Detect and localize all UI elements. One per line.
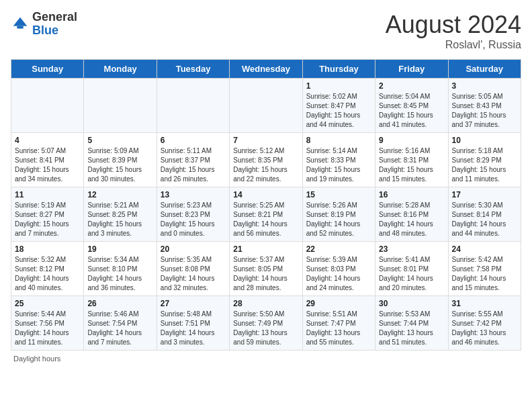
day-number: 2 bbox=[379, 81, 444, 91]
day-number: 10 bbox=[452, 136, 517, 145]
day-info: Sunrise: 5:50 AM Sunset: 7:49 PM Dayligh… bbox=[233, 310, 298, 347]
day-number: 9 bbox=[379, 136, 444, 145]
day-of-week-header: Monday bbox=[84, 60, 157, 79]
day-info: Sunrise: 5:11 AM Sunset: 8:37 PM Dayligh… bbox=[161, 146, 226, 184]
calendar-cell: 10Sunrise: 5:18 AM Sunset: 8:29 PM Dayli… bbox=[448, 133, 521, 187]
day-info: Sunrise: 5:46 AM Sunset: 7:54 PM Dayligh… bbox=[87, 310, 152, 347]
calendar-week-row: 18Sunrise: 5:32 AM Sunset: 8:12 PM Dayli… bbox=[11, 242, 521, 296]
day-number: 14 bbox=[233, 190, 298, 199]
calendar-cell: 15Sunrise: 5:26 AM Sunset: 8:19 PM Dayli… bbox=[302, 187, 375, 242]
day-info: Sunrise: 5:12 AM Sunset: 8:35 PM Dayligh… bbox=[233, 146, 298, 184]
day-number: 29 bbox=[306, 299, 371, 308]
svg-marker-0 bbox=[13, 17, 28, 26]
calendar-cell: 17Sunrise: 5:30 AM Sunset: 8:14 PM Dayli… bbox=[448, 187, 521, 242]
day-info: Sunrise: 5:09 AM Sunset: 8:39 PM Dayligh… bbox=[87, 146, 152, 184]
day-number: 23 bbox=[379, 244, 444, 254]
calendar-cell: 31Sunrise: 5:55 AM Sunset: 7:42 PM Dayli… bbox=[448, 296, 521, 351]
day-number: 31 bbox=[452, 299, 517, 308]
day-info: Sunrise: 5:14 AM Sunset: 8:33 PM Dayligh… bbox=[306, 146, 371, 184]
svg-rect-1 bbox=[17, 26, 23, 29]
calendar-cell: 7Sunrise: 5:12 AM Sunset: 8:35 PM Daylig… bbox=[230, 133, 302, 187]
day-number: 7 bbox=[233, 136, 298, 145]
location: Roslavl', Russia bbox=[386, 39, 521, 51]
day-info: Sunrise: 5:23 AM Sunset: 8:23 PM Dayligh… bbox=[161, 201, 226, 238]
footer: Daylight hours bbox=[11, 355, 521, 363]
day-number: 17 bbox=[452, 190, 517, 199]
day-info: Sunrise: 5:32 AM Sunset: 8:12 PM Dayligh… bbox=[15, 255, 80, 293]
day-info: Sunrise: 5:04 AM Sunset: 8:45 PM Dayligh… bbox=[379, 92, 444, 130]
calendar-table: SundayMondayTuesdayWednesdayThursdayFrid… bbox=[11, 59, 521, 351]
daylight-label: Daylight hours bbox=[13, 355, 60, 363]
day-number: 1 bbox=[306, 81, 371, 91]
days-header-row: SundayMondayTuesdayWednesdayThursdayFrid… bbox=[11, 60, 521, 79]
day-number: 8 bbox=[306, 136, 371, 145]
calendar-cell: 13Sunrise: 5:23 AM Sunset: 8:23 PM Dayli… bbox=[157, 187, 229, 242]
calendar-cell: 8Sunrise: 5:14 AM Sunset: 8:33 PM Daylig… bbox=[302, 133, 375, 187]
calendar-cell: 22Sunrise: 5:39 AM Sunset: 8:03 PM Dayli… bbox=[302, 242, 375, 296]
day-info: Sunrise: 5:41 AM Sunset: 8:01 PM Dayligh… bbox=[379, 255, 444, 293]
day-info: Sunrise: 5:18 AM Sunset: 8:29 PM Dayligh… bbox=[452, 146, 517, 184]
day-info: Sunrise: 5:39 AM Sunset: 8:03 PM Dayligh… bbox=[306, 255, 371, 293]
day-info: Sunrise: 5:51 AM Sunset: 7:47 PM Dayligh… bbox=[306, 310, 371, 347]
day-of-week-header: Friday bbox=[375, 60, 448, 79]
day-number: 30 bbox=[379, 299, 444, 308]
logo: General Blue bbox=[11, 11, 77, 38]
calendar-week-row: 25Sunrise: 5:44 AM Sunset: 7:56 PM Dayli… bbox=[11, 296, 521, 351]
day-of-week-header: Sunday bbox=[11, 60, 84, 79]
day-of-week-header: Thursday bbox=[302, 60, 375, 79]
day-number: 28 bbox=[233, 299, 298, 308]
calendar-week-row: 11Sunrise: 5:19 AM Sunset: 8:27 PM Dayli… bbox=[11, 187, 521, 242]
day-info: Sunrise: 5:35 AM Sunset: 8:08 PM Dayligh… bbox=[161, 255, 226, 293]
day-number: 16 bbox=[379, 190, 444, 199]
day-info: Sunrise: 5:55 AM Sunset: 7:42 PM Dayligh… bbox=[452, 310, 517, 347]
day-number: 25 bbox=[15, 299, 80, 308]
day-info: Sunrise: 5:30 AM Sunset: 8:14 PM Dayligh… bbox=[452, 201, 517, 238]
calendar-week-row: 1Sunrise: 5:02 AM Sunset: 8:47 PM Daylig… bbox=[11, 79, 521, 133]
calendar-cell: 27Sunrise: 5:48 AM Sunset: 7:51 PM Dayli… bbox=[157, 296, 229, 351]
calendar-week-row: 4Sunrise: 5:07 AM Sunset: 8:41 PM Daylig… bbox=[11, 133, 521, 187]
day-info: Sunrise: 5:34 AM Sunset: 8:10 PM Dayligh… bbox=[87, 255, 152, 293]
calendar-cell bbox=[230, 79, 302, 133]
day-info: Sunrise: 5:44 AM Sunset: 7:56 PM Dayligh… bbox=[15, 310, 80, 347]
calendar-cell: 21Sunrise: 5:37 AM Sunset: 8:05 PM Dayli… bbox=[230, 242, 302, 296]
day-info: Sunrise: 5:48 AM Sunset: 7:51 PM Dayligh… bbox=[161, 310, 226, 347]
day-number: 11 bbox=[15, 190, 80, 199]
day-number: 13 bbox=[161, 190, 226, 199]
calendar-cell: 5Sunrise: 5:09 AM Sunset: 8:39 PM Daylig… bbox=[84, 133, 157, 187]
day-info: Sunrise: 5:42 AM Sunset: 7:58 PM Dayligh… bbox=[452, 255, 517, 293]
calendar-cell: 29Sunrise: 5:51 AM Sunset: 7:47 PM Dayli… bbox=[302, 296, 375, 351]
day-number: 21 bbox=[233, 244, 298, 254]
calendar-cell: 16Sunrise: 5:28 AM Sunset: 8:16 PM Dayli… bbox=[375, 187, 448, 242]
logo-text: General Blue bbox=[32, 11, 77, 38]
day-number: 24 bbox=[452, 244, 517, 254]
calendar-cell: 14Sunrise: 5:25 AM Sunset: 8:21 PM Dayli… bbox=[230, 187, 302, 242]
calendar-cell: 20Sunrise: 5:35 AM Sunset: 8:08 PM Dayli… bbox=[157, 242, 229, 296]
day-info: Sunrise: 5:53 AM Sunset: 7:44 PM Dayligh… bbox=[379, 310, 444, 347]
calendar-cell bbox=[157, 79, 229, 133]
calendar-cell: 18Sunrise: 5:32 AM Sunset: 8:12 PM Dayli… bbox=[11, 242, 84, 296]
day-info: Sunrise: 5:07 AM Sunset: 8:41 PM Dayligh… bbox=[15, 146, 80, 184]
calendar-cell: 2Sunrise: 5:04 AM Sunset: 8:45 PM Daylig… bbox=[375, 79, 448, 133]
day-number: 26 bbox=[87, 299, 152, 308]
calendar-cell: 30Sunrise: 5:53 AM Sunset: 7:44 PM Dayli… bbox=[375, 296, 448, 351]
calendar-cell: 6Sunrise: 5:11 AM Sunset: 8:37 PM Daylig… bbox=[157, 133, 229, 187]
calendar-cell: 4Sunrise: 5:07 AM Sunset: 8:41 PM Daylig… bbox=[11, 133, 84, 187]
title-block: August 2024 Roslavl', Russia bbox=[386, 11, 521, 51]
calendar-cell: 3Sunrise: 5:05 AM Sunset: 8:43 PM Daylig… bbox=[448, 79, 521, 133]
day-number: 3 bbox=[452, 81, 517, 91]
day-number: 19 bbox=[87, 244, 152, 254]
page-header: General Blue August 2024 Roslavl', Russi… bbox=[11, 11, 521, 51]
calendar-cell: 24Sunrise: 5:42 AM Sunset: 7:58 PM Dayli… bbox=[448, 242, 521, 296]
day-number: 12 bbox=[87, 190, 152, 199]
day-info: Sunrise: 5:25 AM Sunset: 8:21 PM Dayligh… bbox=[233, 201, 298, 238]
calendar-cell: 11Sunrise: 5:19 AM Sunset: 8:27 PM Dayli… bbox=[11, 187, 84, 242]
day-info: Sunrise: 5:37 AM Sunset: 8:05 PM Dayligh… bbox=[233, 255, 298, 293]
day-info: Sunrise: 5:21 AM Sunset: 8:25 PM Dayligh… bbox=[87, 201, 152, 238]
calendar-cell bbox=[84, 79, 157, 133]
day-number: 22 bbox=[306, 244, 371, 254]
day-number: 4 bbox=[15, 136, 80, 145]
day-of-week-header: Saturday bbox=[448, 60, 521, 79]
day-number: 27 bbox=[161, 299, 226, 308]
logo-icon bbox=[11, 15, 30, 34]
calendar-cell bbox=[11, 79, 84, 133]
